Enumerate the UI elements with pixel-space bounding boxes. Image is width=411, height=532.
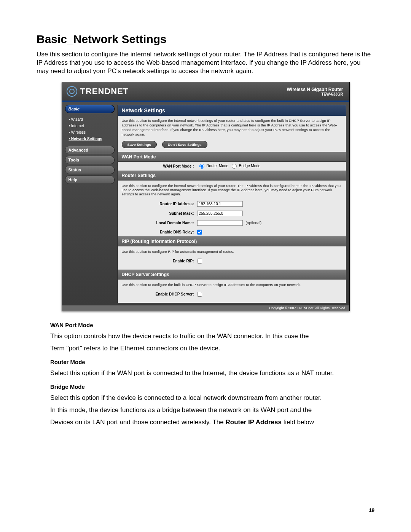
sidebar-item-wizard[interactable]: Wizard bbox=[69, 116, 115, 123]
router-header: TRENDNET Wireless N Gigabit Router TEW-6… bbox=[62, 82, 349, 102]
content-title: Network Settings bbox=[118, 105, 346, 116]
router-mode-p: Select this option if the WAN port is co… bbox=[50, 369, 361, 377]
sidebar-item-internet[interactable]: Internet bbox=[69, 123, 115, 129]
bridge-p1: Select this option if the device is conn… bbox=[50, 394, 361, 402]
rip-label: Enable RIP: bbox=[122, 259, 197, 263]
brand-logo: TRENDNET bbox=[67, 86, 129, 97]
domain-label: Local Domain Name: bbox=[122, 221, 197, 225]
bridge-mode-heading: Bridge Mode bbox=[50, 383, 361, 390]
router-screenshot: TRENDNET Wireless N Gigabit Router TEW-6… bbox=[62, 82, 350, 311]
section-dhcp: DHCP Server Settings bbox=[118, 270, 346, 280]
domain-note: (optional) bbox=[246, 221, 262, 225]
router-settings-desc: Use this section to configure the intern… bbox=[118, 181, 346, 199]
wan-mode-label: WAN Port Mode : bbox=[122, 164, 197, 168]
sidebar-item-network-settings[interactable]: Network Settings bbox=[69, 136, 115, 142]
intro-text: Use this section to configure the intern… bbox=[37, 50, 374, 75]
section-router-settings: Router Settings bbox=[118, 171, 346, 181]
dhcp-desc: Use this section to configure the built-… bbox=[118, 280, 346, 290]
wan-mode-options: Router Mode Bridge Mode bbox=[197, 164, 261, 169]
sidebar-item-wireless[interactable]: Wireless bbox=[69, 129, 115, 136]
router-ip-input[interactable] bbox=[197, 201, 243, 207]
content-panel: Network Settings Use this section to con… bbox=[118, 105, 346, 303]
brand-icon bbox=[67, 86, 77, 97]
nav-status[interactable]: Status bbox=[65, 166, 115, 174]
bridge-p2: In this mode, the device functions as a … bbox=[50, 406, 361, 414]
page-title: Basic_Network Settings bbox=[37, 33, 374, 46]
dns-relay-label: Enable DNS Relay: bbox=[122, 230, 197, 234]
wan-p1: This option controls how the device reac… bbox=[50, 332, 361, 340]
dhcp-checkbox[interactable] bbox=[197, 292, 202, 297]
router-mode-heading: Router Mode bbox=[50, 359, 361, 365]
model-label: Wireless N Gigabit Router TEW-633GR bbox=[287, 87, 343, 96]
model-line1: Wireless N Gigabit Router bbox=[287, 87, 343, 92]
model-line2: TEW-633GR bbox=[287, 92, 343, 96]
subnet-mask-label: Subnet Mask: bbox=[122, 211, 197, 216]
radio-bridge-mode[interactable] bbox=[232, 164, 237, 169]
content-top-desc: Use this section to configure the intern… bbox=[118, 116, 346, 139]
brand-text: TRENDNET bbox=[80, 86, 129, 96]
rip-desc: Use this section to configure RIP for au… bbox=[118, 246, 346, 257]
section-rip: RIP (Routing Information Protocol) bbox=[118, 236, 346, 246]
bridge-p3: Devices on its LAN port and those connec… bbox=[50, 418, 361, 427]
router-ip-label: Router IP Address: bbox=[122, 202, 197, 206]
nav-basic-sub: Wizard Internet Wireless Network Setting… bbox=[65, 115, 115, 144]
wan-port-mode-heading: WAN Port Mode bbox=[50, 322, 361, 328]
nav-basic[interactable]: Basic bbox=[65, 105, 115, 113]
sidebar: Basic Wizard Internet Wireless Network S… bbox=[65, 105, 115, 303]
nav-tools[interactable]: Tools bbox=[65, 156, 115, 164]
subnet-mask-input[interactable] bbox=[197, 211, 243, 216]
rip-checkbox[interactable] bbox=[197, 259, 202, 264]
radio-router-mode[interactable] bbox=[199, 164, 204, 169]
page-number: 19 bbox=[369, 507, 374, 513]
nav-help[interactable]: Help bbox=[65, 176, 115, 184]
radio-bridge-mode-label: Bridge Mode bbox=[239, 164, 261, 168]
router-footer: Copyright © 2007 TRENDnet. All Rights Re… bbox=[62, 305, 349, 311]
dns-relay-checkbox[interactable] bbox=[197, 230, 202, 235]
dhcp-label: Enable DHCP Server: bbox=[122, 292, 197, 296]
radio-router-mode-label: Router Mode bbox=[206, 164, 228, 168]
domain-input[interactable] bbox=[197, 220, 243, 226]
router-body: Basic Wizard Internet Wireless Network S… bbox=[62, 102, 349, 305]
section-wan-port-mode: WAN Port Mode bbox=[118, 152, 346, 162]
nav-advanced[interactable]: Advanced bbox=[65, 146, 115, 154]
wan-p2: Term "port" refers to the Ethernet conne… bbox=[50, 344, 361, 353]
dont-save-button[interactable]: Don't Save Settings bbox=[162, 141, 207, 148]
save-button[interactable]: Save Settings bbox=[122, 141, 157, 148]
